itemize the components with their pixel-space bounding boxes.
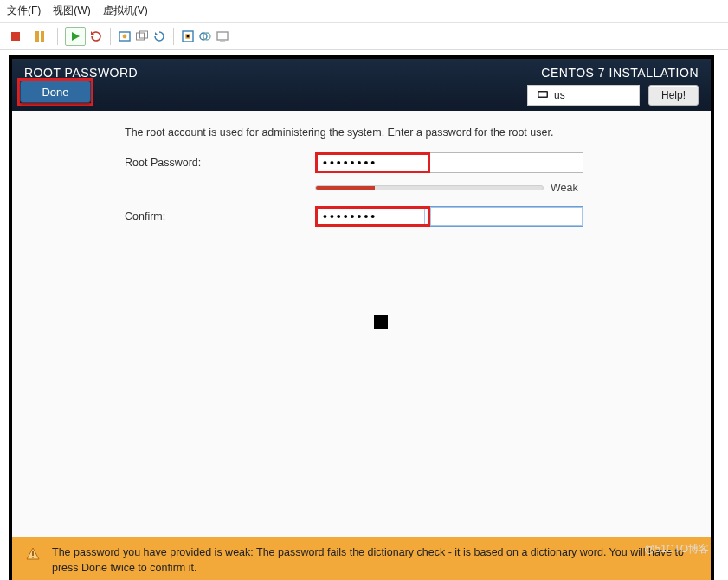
strength-meter-fill [316,186,375,190]
snapshot-manager-icon[interactable] [135,29,149,43]
menu-view[interactable]: 视图(W) [53,3,90,18]
menu-file[interactable]: 文件(F) [7,3,41,18]
play-icon[interactable] [65,27,86,46]
svg-point-1 [123,34,127,38]
pause-icon[interactable] [29,27,50,46]
installer-header: ROOT PASSWORD Done CENTOS 7 INSTALLATION… [12,59,711,111]
done-button[interactable]: Done [20,81,91,103]
intro-text: The root account is used for administeri… [125,126,693,139]
cursor-square [374,315,388,329]
vm-screen: ROOT PASSWORD Done CENTOS 7 INSTALLATION… [9,55,714,580]
separator [110,28,111,45]
root-password-input-tail[interactable] [430,152,583,173]
svg-rect-11 [32,557,34,558]
stop-icon[interactable] [5,27,26,46]
warning-icon [26,547,40,561]
confirm-password-input-tail[interactable] [430,206,583,227]
svg-rect-9 [538,92,546,96]
keyboard-selector[interactable]: us [527,85,640,106]
unity-icon[interactable] [198,29,212,43]
snapshot-icon[interactable] [118,29,132,43]
revert-icon[interactable] [152,29,166,43]
svg-rect-7 [217,32,228,40]
installer-body: The root account is used for administeri… [12,111,711,537]
help-button[interactable]: Help! [648,85,699,106]
keyboard-icon [537,88,549,103]
warning-bar: The password you have provided is weak: … [12,537,711,580]
host-toolbar [0,23,728,50]
menu-vm[interactable]: 虚拟机(V) [103,3,148,18]
confirm-row: Confirm: [125,206,693,227]
root-password-row: Root Password: [125,152,693,173]
strength-label: Weak [551,182,578,194]
fullscreen-icon[interactable] [181,29,195,43]
host-menubar: 文件(F) 视图(W) 虚拟机(V) [0,0,728,23]
refresh-icon[interactable] [89,29,103,43]
keyboard-layout-label: us [554,89,565,101]
confirm-label: Confirm: [125,210,315,222]
separator [173,28,174,45]
root-password-input[interactable] [315,152,430,173]
strength-row: Weak [315,182,693,194]
root-password-label: Root Password: [125,157,315,169]
console-icon[interactable] [216,29,229,43]
strength-meter [315,185,544,190]
svg-rect-10 [32,551,34,556]
confirm-password-input[interactable] [315,206,425,227]
separator [57,28,58,45]
brand-label: CENTOS 7 INSTALLATION [527,66,699,80]
warning-text: The password you have provided is weak: … [52,545,690,576]
installer-window: ROOT PASSWORD Done CENTOS 7 INSTALLATION… [12,59,711,580]
done-highlight: Done [17,78,93,106]
